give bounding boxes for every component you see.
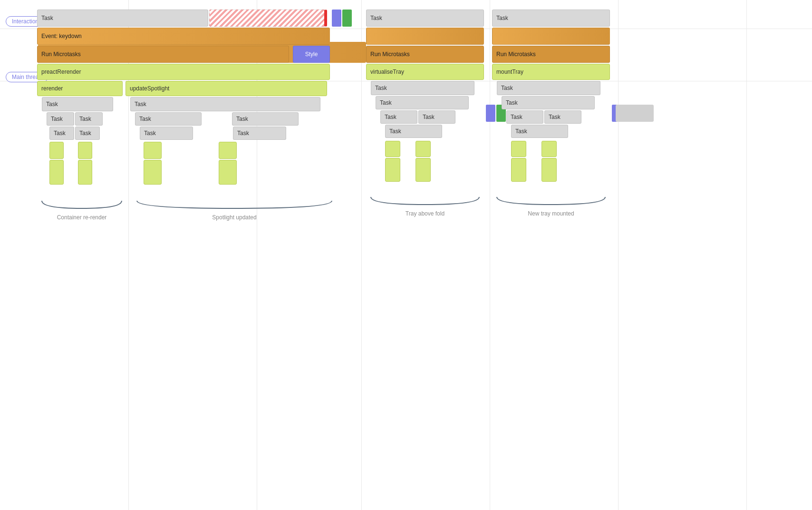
bracket-new-tray-mounted — [492, 195, 610, 208]
task-mt-3b: Task — [544, 110, 581, 124]
task-u-2a: Task — [140, 127, 193, 140]
left-diagram: Task Event: keydown Run Microtasks Style… — [37, 10, 352, 221]
run-microtasks-left: Run Microtasks — [37, 46, 289, 63]
task-block-partial-right — [616, 105, 654, 122]
event-keydown-block: Event: keydown — [37, 28, 330, 45]
bracket-label-spotlight: Spotlight updated — [212, 214, 256, 221]
task-mt-2: Task — [502, 96, 595, 109]
task-vt-3b: Task — [418, 110, 455, 124]
bracket-tray-above-fold — [366, 195, 484, 208]
bracket-spotlight-updated — [132, 199, 337, 212]
task-u-1a: Task — [135, 112, 202, 126]
task-rerender-1: Task — [42, 97, 113, 111]
task-u-2b: Task — [233, 127, 286, 140]
right-diagram-2: Task Run Microtasks mountTray Task Task … — [492, 10, 610, 217]
task-vt-4: Task — [385, 125, 442, 138]
bracket-container-rerender — [37, 199, 126, 212]
event-block-r2 — [492, 28, 610, 45]
virtualise-tray-block: virtualiseTray — [366, 64, 484, 80]
event-block-r1 — [366, 28, 484, 45]
task-vt-1: Task — [371, 81, 474, 95]
mount-tray-block: mountTray — [492, 64, 610, 80]
task-mt-4: Task — [511, 125, 568, 138]
rerender-block: rerender — [37, 81, 123, 96]
task-r-2b: Task — [75, 127, 100, 140]
task-u-1b: Task — [232, 112, 299, 126]
bracket-label-new-tray-mounted: New tray mounted — [528, 210, 574, 217]
task-update-1: Task — [130, 97, 320, 111]
update-spotlight-block: updateSpotlight — [126, 81, 327, 96]
task-vt-2: Task — [376, 96, 469, 109]
style-block: Style — [293, 46, 330, 63]
run-microtasks-r2: Run Microtasks — [492, 46, 610, 63]
task-block-r2: Task — [492, 10, 610, 27]
task-mt-3a: Task — [506, 110, 543, 124]
task-r-1a: Task — [47, 112, 74, 126]
task-block-left: Task — [37, 10, 208, 27]
preact-rerender-block: preactRerender — [37, 64, 330, 80]
task-vt-3a: Task — [380, 110, 417, 124]
task-mt-1: Task — [497, 81, 600, 95]
task-hatched-left — [209, 10, 327, 27]
run-microtasks-r1: Run Microtasks — [366, 46, 484, 63]
small-green-1 — [342, 10, 352, 27]
right-diagram-1: Task Run Microtasks virtualiseTray Task … — [366, 10, 484, 217]
task-block-r1: Task — [366, 10, 484, 27]
bracket-label-tray-above-fold: Tray above fold — [406, 210, 445, 217]
small-purple-1 — [332, 10, 341, 27]
task-r-2a: Task — [49, 127, 74, 140]
task-r-1b: Task — [75, 112, 103, 126]
bracket-label-container: Container re-render — [57, 214, 107, 221]
